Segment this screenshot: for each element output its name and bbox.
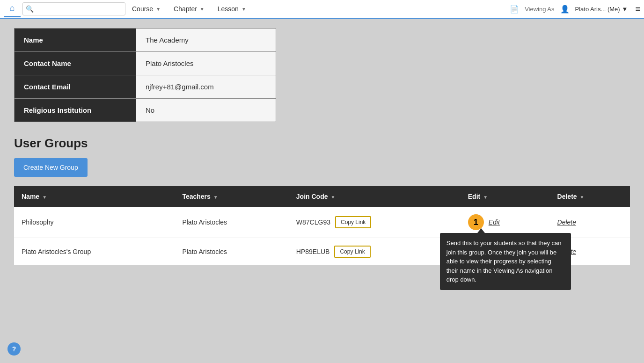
home-button[interactable]: ⌂ bbox=[4, 0, 21, 17]
copy-link-button[interactable]: Copy Link bbox=[335, 216, 371, 228]
course-dropdown[interactable]: Course ▼ bbox=[125, 0, 167, 18]
info-table-row: Contact Name Plato Aristocles bbox=[15, 52, 276, 75]
join-code-cell: HP89ELUBCopy Link bbox=[289, 238, 461, 266]
search-icon: 🔍 bbox=[26, 5, 34, 13]
search-input[interactable] bbox=[34, 6, 122, 13]
course-label: Course bbox=[132, 5, 153, 13]
column-label: Delete bbox=[557, 193, 577, 200]
info-value: No bbox=[136, 99, 276, 122]
sort-arrow: ▼ bbox=[213, 195, 218, 200]
info-label: Contact Name bbox=[15, 52, 136, 75]
user-label: Plato Aris... (Me) bbox=[575, 6, 620, 13]
nav-right: 📄 Viewing As 👤 Plato Aris... (Me) ▼ ≡ bbox=[508, 3, 640, 15]
viewing-as-label: Viewing As bbox=[525, 6, 554, 13]
info-table-row: Contact Email njfrey+81@gmail.com bbox=[15, 75, 276, 99]
hamburger-menu[interactable]: ≡ bbox=[635, 4, 640, 14]
tooltip-box: Send this to your students so that they … bbox=[440, 233, 571, 290]
info-table-row: Religious Institution No bbox=[15, 99, 276, 122]
info-label: Name bbox=[15, 29, 136, 52]
info-value: njfrey+81@gmail.com bbox=[136, 75, 276, 99]
groups-table: Name▼Teachers▼Join Code▼Edit▼Delete▼ Phi… bbox=[14, 186, 630, 265]
lesson-dropdown[interactable]: Lesson ▼ bbox=[211, 0, 253, 18]
info-badge[interactable]: 1 bbox=[468, 214, 484, 230]
column-label: Teachers bbox=[182, 193, 210, 200]
user-menu[interactable]: Plato Aris... (Me) ▼ bbox=[575, 6, 628, 13]
edit-link[interactable]: Edit bbox=[489, 218, 500, 226]
table-row: PhilosophyPlato AristoclesW87CLG93Copy L… bbox=[14, 207, 630, 238]
sort-arrow: ▼ bbox=[483, 195, 488, 200]
column-label: Name bbox=[22, 193, 39, 200]
join-code-cell: W87CLG93Copy Link bbox=[289, 207, 461, 238]
column-name[interactable]: Name▼ bbox=[14, 186, 175, 207]
join-code-value: HP89ELUB bbox=[296, 248, 330, 255]
help-button[interactable]: ? bbox=[7, 342, 21, 356]
column-edit[interactable]: Edit▼ bbox=[461, 186, 550, 207]
column-teachers[interactable]: Teachers▼ bbox=[175, 186, 288, 207]
user-groups-title: User Groups bbox=[14, 136, 630, 151]
chapter-dropdown[interactable]: Chapter ▼ bbox=[167, 0, 211, 18]
sort-arrow: ▼ bbox=[330, 195, 335, 200]
info-label: Contact Email bbox=[15, 75, 136, 99]
top-nav: ⌂ 🔍 Course ▼ Chapter ▼ Lesson ▼ 📄 Viewin… bbox=[0, 0, 644, 19]
chapter-dropdown-arrow: ▼ bbox=[200, 7, 205, 12]
info-table: Name The Academy Contact Name Plato Aris… bbox=[14, 28, 276, 122]
chapter-label: Chapter bbox=[174, 5, 197, 13]
info-value: Plato Aristocles bbox=[136, 52, 276, 75]
create-new-group-button[interactable]: Create New Group bbox=[14, 158, 88, 177]
edit-cell: 1Send this to your students so that they… bbox=[461, 207, 550, 238]
sort-arrow: ▼ bbox=[580, 195, 585, 200]
info-table-row: Name The Academy bbox=[15, 29, 276, 52]
group-teachers: Plato Aristocles bbox=[175, 207, 288, 238]
info-value: The Academy bbox=[136, 29, 276, 52]
group-teachers: Plato Aristocles bbox=[175, 238, 288, 266]
course-dropdown-arrow: ▼ bbox=[156, 7, 161, 12]
lesson-dropdown-arrow: ▼ bbox=[242, 7, 246, 12]
column-join_code[interactable]: Join Code▼ bbox=[289, 186, 461, 207]
lesson-label: Lesson bbox=[218, 5, 239, 13]
column-delete[interactable]: Delete▼ bbox=[550, 186, 630, 207]
column-label: Join Code bbox=[296, 193, 328, 200]
user-icon: 👤 bbox=[558, 3, 571, 15]
delete-link[interactable]: Delete bbox=[557, 218, 576, 226]
group-name: Philosophy bbox=[14, 207, 175, 238]
group-name: Plato Aristocles's Group bbox=[14, 238, 175, 266]
search-bar[interactable]: 🔍 bbox=[22, 2, 125, 15]
main-content: Name The Academy Contact Name Plato Aris… bbox=[0, 19, 644, 363]
column-label: Edit bbox=[468, 193, 480, 200]
info-label: Religious Institution bbox=[15, 99, 136, 122]
sort-arrow: ▼ bbox=[42, 195, 47, 200]
copy-link-button[interactable]: Copy Link bbox=[334, 246, 370, 258]
join-code-value: W87CLG93 bbox=[296, 218, 330, 226]
document-icon[interactable]: 📄 bbox=[508, 3, 521, 15]
user-dropdown-arrow: ▼ bbox=[622, 6, 628, 13]
